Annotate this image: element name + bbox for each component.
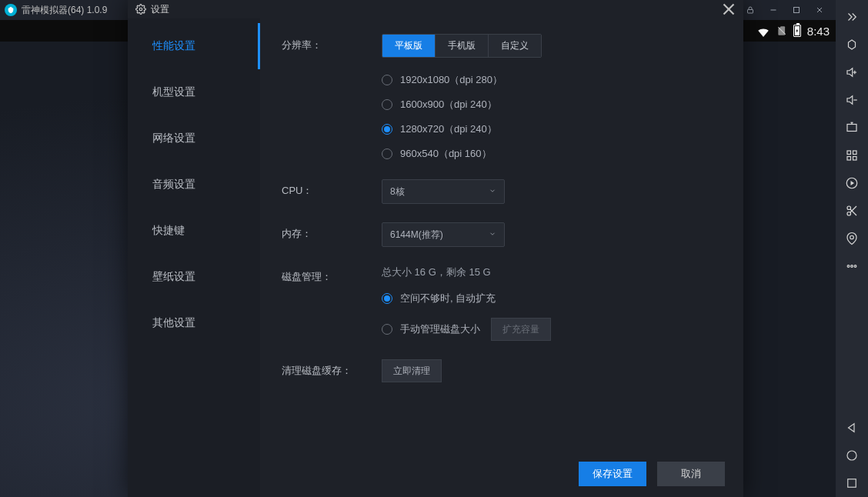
svg-marker-19 (851, 181, 855, 185)
more-icon[interactable] (836, 252, 868, 280)
resolution-mode-segmented: 平板版 手机版 自定义 (382, 34, 542, 58)
svg-rect-14 (847, 151, 851, 155)
svg-rect-0 (748, 10, 753, 14)
dialog-title: 设置 (151, 3, 169, 16)
seg-custom[interactable]: 自定义 (489, 35, 541, 57)
cpu-value: 8核 (390, 185, 405, 198)
volume-down-icon[interactable] (836, 86, 868, 114)
right-toolbar (836, 0, 868, 497)
clear-cache-button[interactable]: 立即清理 (382, 359, 442, 382)
resolution-option-1600[interactable]: 1600x900（dpi 240） (382, 98, 722, 112)
sidebar-item-audio[interactable]: 音频设置 (128, 162, 260, 208)
sidebar-item-label: 壁纸设置 (152, 270, 195, 284)
sidebar-item-network[interactable]: 网络设置 (128, 115, 260, 162)
svg-marker-6 (849, 40, 856, 49)
sidebar-item-label: 性能设置 (152, 39, 195, 53)
volume-up-icon[interactable] (836, 58, 868, 86)
svg-line-22 (850, 209, 856, 215)
main-window-title: 雷神模拟器(64) 1.0.9 (22, 4, 107, 17)
seg-phone[interactable]: 手机版 (436, 35, 489, 57)
radio-icon (382, 75, 392, 85)
wifi-icon (756, 25, 770, 36)
svg-point-25 (847, 265, 850, 268)
sidebar-item-label: 快捷键 (152, 224, 185, 238)
svg-marker-10 (847, 96, 853, 105)
clear-cache-label: 清理磁盘缓存： (282, 359, 382, 378)
radio-icon (382, 99, 392, 110)
dialog-sidebar: 性能设置 机型设置 网络设置 音频设置 快捷键 壁纸设置 其他设置 (128, 18, 260, 497)
memory-label: 内存： (282, 222, 382, 241)
macro-play-icon[interactable] (836, 169, 868, 197)
close-icon[interactable] (808, 0, 831, 20)
apps-icon[interactable] (836, 142, 868, 169)
sidebar-item-label: 其他设置 (152, 316, 195, 330)
save-button[interactable]: 保存设置 (579, 462, 646, 486)
svg-rect-15 (853, 151, 857, 155)
sidebar-item-wallpaper[interactable]: 壁纸设置 (128, 254, 260, 300)
radio-icon (382, 324, 392, 335)
disk-info: 总大小 16 G，剩余 15 G (382, 265, 722, 279)
disk-label: 磁盘管理： (282, 265, 382, 284)
settings-dialog: 设置 性能设置 机型设置 网络设置 音频设置 快捷键 壁纸设置 其他设置 分辨率… (128, 0, 743, 497)
dialog-footer: 保存设置 取消 (579, 462, 725, 486)
memory-select[interactable]: 6144M(推荐) (382, 222, 505, 247)
chevron-down-icon (489, 186, 496, 197)
resolution-label: 分辨率： (282, 34, 382, 52)
minimize-icon[interactable] (762, 0, 785, 20)
resolution-option-1920[interactable]: 1920x1080（dpi 280） (382, 73, 722, 87)
radio-icon (382, 148, 392, 159)
battery-charging-icon (793, 25, 801, 37)
maximize-icon[interactable] (785, 0, 808, 20)
radio-icon (382, 293, 392, 304)
svg-rect-16 (847, 157, 851, 161)
resolution-option-960[interactable]: 960x540（dpi 160） (382, 147, 722, 161)
sidebar-item-label: 音频设置 (152, 178, 195, 192)
sidebar-item-shortcuts[interactable]: 快捷键 (128, 208, 260, 254)
svg-point-24 (850, 235, 854, 239)
collapse-toolbar-icon[interactable] (836, 3, 868, 31)
sidebar-item-label: 机型设置 (152, 85, 195, 99)
memory-value: 6144M(推荐) (390, 228, 443, 242)
app-logo-icon (5, 4, 17, 16)
seg-tablet[interactable]: 平板版 (382, 35, 436, 57)
android-home-icon[interactable] (836, 442, 868, 469)
svg-line-23 (850, 206, 856, 212)
svg-marker-28 (849, 424, 855, 432)
disk-manual-option[interactable]: 手动管理磁盘大小 (382, 322, 480, 336)
cancel-button[interactable]: 取消 (657, 462, 725, 486)
android-back-icon[interactable] (836, 414, 868, 442)
gear-icon (135, 4, 146, 15)
status-time: 8:43 (807, 25, 830, 38)
svg-point-26 (851, 265, 853, 268)
bookmark-icon[interactable] (836, 31, 868, 58)
svg-point-27 (854, 265, 856, 268)
android-recent-icon[interactable] (836, 469, 868, 497)
dialog-content: 分辨率： 平板版 手机版 自定义 1920x1080（dpi 280） 1600… (260, 18, 743, 497)
svg-rect-17 (853, 157, 857, 161)
scissors-icon[interactable] (836, 197, 868, 225)
dialog-titlebar: 设置 (128, 0, 743, 18)
sidebar-item-model[interactable]: 机型设置 (128, 69, 260, 115)
no-sim-icon (776, 25, 787, 36)
resolution-option-1280[interactable]: 1280x720（dpi 240） (382, 122, 722, 136)
svg-point-29 (847, 451, 856, 460)
sidebar-item-performance[interactable]: 性能设置 (128, 23, 260, 69)
cpu-select[interactable]: 8核 (382, 179, 505, 204)
svg-rect-2 (794, 8, 800, 13)
sidebar-item-other[interactable]: 其他设置 (128, 300, 260, 346)
dialog-close-icon[interactable] (719, 2, 739, 17)
fullscreen-icon[interactable] (836, 114, 868, 142)
chevron-down-icon (489, 229, 496, 240)
svg-rect-30 (848, 479, 856, 488)
svg-rect-12 (847, 125, 856, 132)
svg-marker-7 (847, 68, 853, 77)
resolution-options: 1920x1080（dpi 280） 1600x900（dpi 240） 128… (382, 73, 722, 161)
svg-point-31 (139, 8, 142, 11)
location-icon[interactable] (836, 225, 868, 252)
expand-capacity-button[interactable]: 扩充容量 (491, 318, 551, 341)
disk-auto-option[interactable]: 空间不够时, 自动扩充 (382, 292, 722, 305)
sidebar-item-label: 网络设置 (152, 132, 195, 145)
radio-icon (382, 124, 392, 135)
cpu-label: CPU： (282, 179, 382, 198)
